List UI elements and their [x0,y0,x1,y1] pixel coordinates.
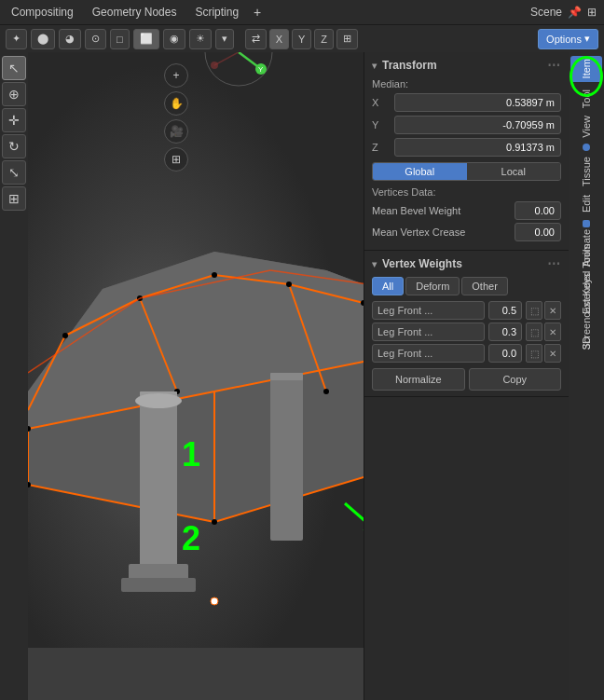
toolbar-row: ✦ ⬤ ◕ ⊙ □ ⬜ ◉ ☀ ▾ ⇄ X Y Z ⊞ Options ▾ [0,24,604,52]
bevel-weight-value[interactable]: 0.00 [515,201,561,220]
weight-select-icon-1[interactable]: ⬚ [526,323,542,341]
transform-title: Transform [382,59,437,72]
overlay-button[interactable]: ◕ [59,29,81,49]
options-button[interactable]: Options ▾ [538,29,598,49]
bevel-weight-label: Mean Bevel Weight [372,205,515,216]
view-tab[interactable]: View [570,114,602,140]
grid-button[interactable]: ⊞ [164,147,188,172]
weight-select-icon-2[interactable]: ⬚ [526,344,542,363]
copy-button[interactable]: Copy [469,368,562,391]
3d-viewport[interactable]: 1 2 Z X Y [28,0,401,700]
weight-remove-icon-2[interactable]: ✕ [544,344,561,363]
material-button[interactable]: ◉ [163,29,185,49]
far-right-tabs: Item Tool View Tissue Edit Animate Exten… [569,52,604,700]
svg-text:Y: Y [258,65,264,74]
all-tab[interactable]: All [372,277,404,295]
transform-collapse-icon: ▾ [372,61,377,71]
x-value-field[interactable]: 0.53897 m [394,93,561,112]
other-tab[interactable]: Other [461,277,508,295]
normalize-button[interactable]: Normalize [372,368,465,391]
viewport-controls: + ✋ 🎥 ⊞ [164,63,188,172]
weight-remove-icon-0[interactable]: ✕ [544,301,561,320]
scene-dropdown[interactable]: Scene [530,6,562,19]
transform-section-header[interactable]: ▾ Transform ⋯ [372,58,561,73]
layout-icon: ⊞ [587,6,597,19]
bevel-weight-field: Mean Bevel Weight 0.00 [372,201,561,220]
item-tab[interactable]: Item [570,56,602,82]
viewport-shading-button[interactable]: ⬤ [31,29,55,49]
weight-bottom-buttons: Normalize Copy [372,368,561,391]
scale-tool-button[interactable]: ⤡ [2,160,26,185]
xray-button[interactable]: ⊙ [85,29,106,49]
wireframe-button[interactable]: □ [110,29,130,49]
material-icon: ◉ [170,33,179,45]
tissue-tab[interactable]: Tissue [570,158,602,185]
vertex-crease-field: Mean Vertex Crease 0.00 [372,223,561,241]
select-tool-button[interactable]: ↖ [2,56,26,80]
more-shading-button[interactable]: ▾ [215,29,234,49]
weight-val-1[interactable]: 0.3 [488,323,522,341]
median-label: Median: [372,78,561,89]
zoom-button[interactable]: + [164,63,188,88]
solid-button[interactable]: ⬜ [133,29,159,49]
transform-tool-button[interactable]: ⊞ [2,186,26,211]
camera-button[interactable]: 🎥 [164,119,188,144]
deform-tab[interactable]: Deform [405,277,460,295]
y-axis-button[interactable]: Y [292,29,311,49]
pan-button[interactable]: ✋ [164,91,188,116]
tissue-tab-label: Tissue [581,157,592,186]
vertex-weights-section: ▾ Vertex Weights ⋯ All Deform Other Leg … [364,251,569,397]
top-menu-right: Scene 📌 ⊞ [530,6,597,19]
mode-button[interactable]: ✦ [6,29,27,49]
weight-name-1[interactable]: Leg Front ... [372,323,485,341]
snap-button[interactable]: ⊞ [336,29,358,49]
overlay-icon: ◕ [65,33,75,45]
add-workspace-button[interactable]: + [254,5,261,20]
3d-tab[interactable]: 3D [570,330,602,356]
weight-name-0[interactable]: Leg Front ... [372,301,485,320]
weight-row-2: Leg Front ... 0.0 ⬚ ✕ [372,344,561,363]
weight-actions-0: ⬚ ✕ [526,301,561,320]
menu-item-geometry-nodes[interactable]: Geometry Nodes [89,4,181,21]
vertex-crease-value[interactable]: 0.00 [515,223,561,241]
edit-tab[interactable]: Edit [570,190,602,216]
screencast-keys-tab[interactable]: Screencast Keys [570,298,602,324]
weight-name-2[interactable]: Leg Front ... [372,344,485,363]
weight-remove-icon-1[interactable]: ✕ [544,323,561,341]
z-value-field[interactable]: 0.91373 m [394,138,561,157]
weight-val-0[interactable]: 0.5 [488,301,522,320]
tool-tab[interactable]: Tool [570,86,602,112]
z-axis-button[interactable]: Z [314,29,334,49]
rotate-tool-button[interactable]: ↻ [2,134,26,158]
weight-select-icon-0[interactable]: ⬚ [526,301,542,320]
svg-rect-31 [270,373,303,541]
menu-item-scripting[interactable]: Scripting [191,4,242,21]
vertex-weights-collapse-icon: ▾ [372,259,377,269]
3d-tab-label: 3D [581,336,592,350]
median-group: Median: X 0.53897 m Y -0.70959 m Z 0.913… [372,78,561,157]
svg-rect-32 [270,373,303,380]
rendered-button[interactable]: ☀ [189,29,212,49]
svg-rect-26 [140,391,177,578]
transform-section: ▾ Transform ⋯ Median: X 0.53897 m Y -0.7… [364,52,569,251]
y-value-field[interactable]: -0.70959 m [394,116,561,134]
weight-actions-1: ⬚ ✕ [526,323,561,341]
local-toggle-button[interactable]: Local [467,163,561,180]
cursor-tool-button[interactable]: ⊕ [2,82,26,106]
transform-icon-button[interactable]: ⇄ [245,29,267,49]
view-indicator-dot [583,144,590,151]
z-axis-label: Z [372,142,394,153]
svg-point-25 [211,597,218,605]
top-menu-bar: Compositing Geometry Nodes Scripting + S… [0,0,604,24]
move-tool-button[interactable]: ✛ [2,108,26,132]
global-toggle-button[interactable]: Global [373,163,467,180]
x-axis-button[interactable]: X [269,29,289,49]
vertex-weights-header[interactable]: ▾ Vertex Weights ⋯ [372,256,561,271]
menu-item-compositing[interactable]: Compositing [7,4,77,21]
weight-row-0: Leg Front ... 0.5 ⬚ ✕ [372,301,561,320]
weight-val-2[interactable]: 0.0 [488,344,522,363]
vertex-weights-title: Vertex Weights [382,257,462,270]
x-field-row: X 0.53897 m [372,93,561,112]
weight-actions-2: ⬚ ✕ [526,344,561,363]
coordinate-system-toggle: Global Local [372,162,561,181]
